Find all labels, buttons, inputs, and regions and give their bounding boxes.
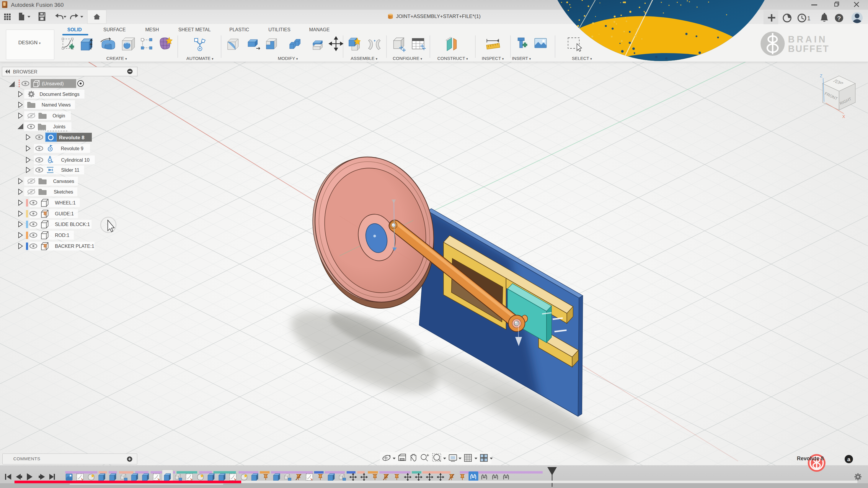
svg-text:Cylindrical 10: Cylindrical 10 — [61, 158, 89, 163]
svg-text:a: a — [847, 456, 850, 462]
svg-text:Named Views: Named Views — [42, 102, 70, 107]
svg-text:Canvases: Canvases — [53, 179, 74, 184]
svg-text:?: ? — [837, 15, 841, 22]
svg-text:Revolute 8: Revolute 8 — [59, 135, 85, 140]
svg-text:Document Settings: Document Settings — [39, 92, 80, 97]
svg-text:BROWSER: BROWSER — [13, 69, 37, 74]
svg-text:X: X — [842, 114, 845, 119]
svg-text:1: 1 — [807, 15, 810, 22]
svg-text:Revolute 8: Revolute 8 — [797, 456, 824, 461]
svg-text:Joints: Joints — [53, 124, 66, 129]
svg-text:SLIDE BLOCK:1: SLIDE BLOCK:1 — [55, 222, 90, 227]
svg-text:(Unsaved): (Unsaved) — [42, 81, 64, 86]
svg-text:Z: Z — [820, 73, 823, 78]
svg-text:BUFFET: BUFFET — [788, 44, 829, 54]
svg-text:ROD:1: ROD:1 — [55, 233, 69, 238]
svg-text:WHEEL:1: WHEEL:1 — [55, 200, 75, 205]
svg-text:BRAIN: BRAIN — [788, 34, 827, 44]
svg-text:GUIDE:1: GUIDE:1 — [55, 211, 74, 216]
svg-text:BACKER PLATE:1: BACKER PLATE:1 — [55, 244, 94, 249]
svg-text:Revolute 9: Revolute 9 — [61, 146, 84, 151]
svg-text:Slider 11: Slider 11 — [61, 168, 80, 172]
svg-text:Origin: Origin — [53, 113, 65, 118]
svg-text:Sketches: Sketches — [54, 189, 73, 194]
